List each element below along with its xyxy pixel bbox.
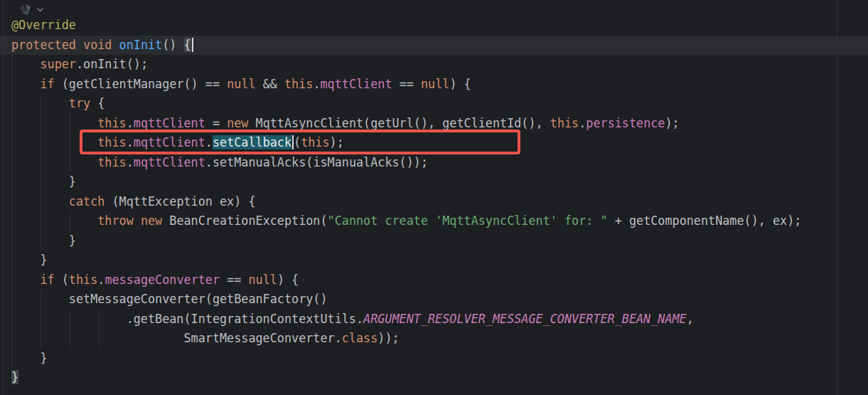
code-token: . bbox=[579, 116, 586, 130]
code-line-11[interactable]: throw new BeanCreationException("Cannot … bbox=[0, 211, 868, 231]
code-line-13[interactable]: } bbox=[0, 251, 868, 270]
code-token: new bbox=[141, 214, 162, 228]
code-token: . bbox=[127, 116, 134, 130]
code-token: this bbox=[284, 77, 313, 91]
code-token: "Cannot create 'MqttAsyncClient' for: " bbox=[328, 214, 608, 228]
code-token: . bbox=[127, 155, 134, 169]
code-token: .onInit(); bbox=[76, 57, 148, 71]
code-token bbox=[11, 135, 97, 149]
code-line-15[interactable]: setMessageConverter(getBeanFactory() bbox=[0, 290, 868, 310]
code-token: this bbox=[97, 135, 126, 149]
code-token: this bbox=[97, 155, 126, 169]
code-line-14[interactable]: if (this.messageConverter == null) { bbox=[0, 270, 868, 290]
code-token: SmartMessageConverter. bbox=[11, 331, 342, 345]
code-token: .setManualAcks(isManualAcks()); bbox=[205, 155, 428, 169]
code-token: if bbox=[40, 77, 54, 91]
code-token: . bbox=[97, 273, 105, 287]
code-token bbox=[76, 38, 83, 52]
code-token: super bbox=[40, 57, 76, 71]
code-token: null bbox=[421, 77, 449, 91]
code-line-18[interactable]: } bbox=[0, 349, 868, 369]
chevron-down-icon[interactable] bbox=[36, 7, 44, 13]
code-token: ( bbox=[294, 135, 301, 149]
code-token: onInit bbox=[119, 38, 163, 52]
indent-guide bbox=[70, 113, 70, 172]
code-token: { bbox=[90, 96, 105, 110]
code-token bbox=[11, 77, 40, 91]
code-token: } bbox=[11, 253, 48, 267]
code-line-19[interactable]: } bbox=[0, 368, 868, 388]
code-line-3[interactable]: super.onInit(); bbox=[0, 55, 868, 75]
code-line-6[interactable]: this.mqttClient = new MqttAsyncClient(ge… bbox=[0, 114, 868, 134]
code-token: catch bbox=[69, 194, 105, 209]
code-token bbox=[11, 116, 97, 130]
code-editor[interactable]: @Overrideprotected void onInit() { super… bbox=[0, 0, 868, 395]
code-line-17[interactable]: SmartMessageConverter.class)); bbox=[0, 329, 868, 349]
code-token bbox=[11, 273, 40, 287]
indent-guide bbox=[99, 309, 100, 349]
code-token: ARGUMENT_RESOLVER_MESSAGE_CONVERTER_BEAN… bbox=[363, 312, 687, 326]
indent-guide bbox=[41, 290, 41, 349]
code-token: if bbox=[40, 273, 54, 287]
code-token: setMessageConverter(getBeanFactory() bbox=[11, 292, 328, 306]
code-token: mqttClient bbox=[134, 116, 205, 130]
code-token: null bbox=[227, 77, 255, 91]
indent-guide bbox=[11, 55, 12, 368]
code-line-2[interactable]: protected void onInit() { bbox=[0, 36, 868, 56]
code-token: } bbox=[11, 233, 76, 248]
code-token: MqttAsyncClient(getUrl(), getClientId(), bbox=[248, 116, 550, 130]
code-token bbox=[11, 214, 97, 228]
code-line-1[interactable]: @Override bbox=[0, 16, 868, 36]
ai-action-widget[interactable] bbox=[18, 1, 44, 19]
code-token: ); bbox=[330, 135, 344, 149]
code-token: ) { bbox=[449, 77, 471, 91]
code-token: new bbox=[227, 116, 248, 130]
code-area[interactable]: @Overrideprotected void onInit() { super… bbox=[0, 16, 868, 388]
code-line-10[interactable]: catch (MqttException ex) { bbox=[0, 192, 868, 212]
code-token: () bbox=[162, 38, 183, 52]
code-token: protected bbox=[11, 38, 76, 52]
code-line-12[interactable]: } bbox=[0, 231, 868, 251]
indent-guide bbox=[70, 309, 70, 349]
indent-guide bbox=[41, 94, 41, 251]
code-token: class bbox=[342, 331, 378, 345]
code-token: @Override bbox=[11, 18, 76, 32]
code-token: void bbox=[83, 38, 112, 52]
code-token: } bbox=[11, 370, 18, 384]
code-token: } bbox=[11, 174, 76, 189]
code-line-4[interactable]: if (getClientManager() == null && this.m… bbox=[0, 75, 868, 95]
code-token: = bbox=[205, 116, 227, 130]
code-token: this bbox=[69, 273, 97, 287]
text-caret bbox=[192, 38, 193, 52]
code-token: (getClientManager() == bbox=[55, 77, 227, 91]
ai-assistant-icon[interactable] bbox=[18, 3, 33, 17]
selected-token: setCallback bbox=[213, 135, 291, 149]
code-token: } bbox=[11, 351, 48, 365]
code-token: .getBean(IntegrationContextUtils. bbox=[11, 312, 363, 326]
code-token: ); bbox=[665, 116, 679, 130]
code-token: persistence bbox=[586, 116, 665, 130]
code-line-9[interactable]: } bbox=[0, 172, 868, 192]
code-line-7[interactable]: this.mqttClient.setCallback(this); bbox=[0, 133, 868, 153]
code-token: this bbox=[97, 116, 126, 130]
code-token: null bbox=[248, 273, 277, 287]
code-token: { bbox=[184, 38, 191, 52]
code-token: . bbox=[313, 77, 320, 91]
code-token bbox=[112, 38, 119, 52]
code-token: )); bbox=[377, 331, 399, 345]
code-token: + getComponentName(), ex); bbox=[608, 214, 802, 228]
code-line-8[interactable]: this.mqttClient.setManualAcks(isManualAc… bbox=[0, 153, 868, 173]
code-token: BeanCreationException( bbox=[162, 214, 327, 228]
code-line-16[interactable]: .getBean(IntegrationContextUtils.ARGUMEN… bbox=[0, 310, 868, 330]
code-token: messageConverter bbox=[105, 273, 220, 287]
code-token: ( bbox=[55, 273, 69, 287]
code-token: mqttClient bbox=[134, 155, 205, 169]
right-margin-guide bbox=[837, 0, 837, 395]
code-token: mqttClient bbox=[134, 135, 205, 149]
code-line-5[interactable]: try { bbox=[0, 94, 868, 114]
code-token: == bbox=[220, 273, 248, 287]
code-token: mqttClient bbox=[321, 77, 392, 91]
code-token: , bbox=[687, 312, 694, 326]
code-token: this bbox=[550, 116, 579, 130]
code-token: . bbox=[127, 135, 134, 149]
